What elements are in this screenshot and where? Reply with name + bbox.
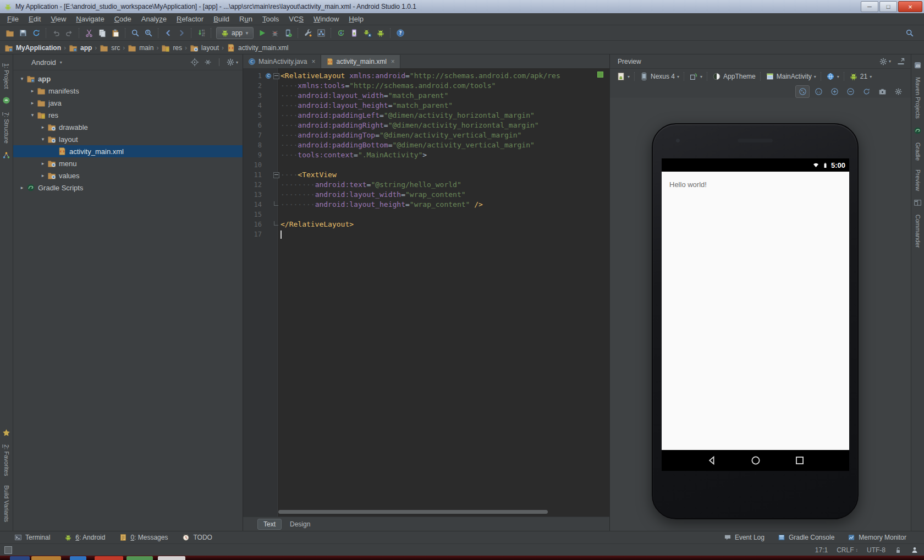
device-select[interactable]: Nexus 4▾ [637,72,681,81]
caret-position[interactable]: 17:1 [815,546,828,554]
attach-debugger-button[interactable] [282,26,295,40]
tree-item-Gradle Scripts[interactable]: ▸Gradle Scripts [13,182,243,194]
tree-item-app[interactable]: ▾app [13,73,243,85]
inspection-status-icon[interactable] [597,72,603,78]
redo-button[interactable] [63,26,76,40]
lock-open-button[interactable] [894,546,902,554]
target-button[interactable] [190,58,199,67]
collapse-all-button[interactable] [204,58,212,67]
menu-navigate[interactable]: Navigate [71,14,109,24]
breadcrumb-layout[interactable]: layout [190,43,219,52]
gear-button[interactable]: ▾ [226,58,238,67]
hide-button[interactable] [897,57,905,66]
toolwindow-button-project[interactable]: 1: Project [3,63,10,89]
toolwindow-button-todo[interactable]: TODO [182,534,212,541]
undo-button[interactable] [50,26,63,40]
menu-run[interactable]: Run [234,14,257,24]
search-button[interactable] [903,26,916,40]
breadcrumb-src[interactable]: src [100,43,120,52]
toolwindow-button-gradle[interactable]: Gradle [915,142,921,161]
toolwindow-button-memorymonitor[interactable]: Memory Monitor [848,534,906,541]
chevron-right-icon[interactable]: ▸ [28,88,37,94]
run-configuration-select[interactable]: app▼ [216,27,254,39]
tree-item-menu[interactable]: ▸menu [13,157,243,169]
refresh-button[interactable] [859,85,873,98]
avd-manager-button[interactable] [348,26,361,40]
chevron-down-icon[interactable]: ▾ [28,112,37,118]
debug-button[interactable] [268,26,282,40]
structure-nodes-icon[interactable] [2,151,10,160]
minimize-button[interactable]: ─ [861,1,878,12]
breadcrumb-main[interactable]: main [128,43,153,52]
close-button[interactable]: × [898,1,922,12]
line-separator-select[interactable]: CRLF↕ [837,546,858,554]
paste-button[interactable] [109,26,122,40]
chevron-right-icon[interactable]: ▸ [38,173,47,178]
forward-button[interactable] [175,26,188,40]
save-button[interactable] [16,26,30,40]
android-circle-icon[interactable] [2,96,10,105]
encoding-select[interactable]: UTF-8 [867,546,886,554]
toolwindow-button-terminal[interactable]: Terminal [14,534,50,541]
breadcrumb-MyApplication[interactable]: MyApplication [4,43,61,52]
editor-mode-tab-design[interactable]: Design [284,519,316,530]
tree-item-manifests[interactable]: ▸manifests [13,85,243,97]
chevron-right-icon[interactable]: ▸ [28,100,37,106]
menu-file[interactable]: File [2,14,24,24]
api-select[interactable]: 21▾ [847,72,874,81]
back-button[interactable] [162,26,175,40]
maven-icon[interactable]: m [914,61,922,69]
cut-button[interactable] [82,26,96,40]
help-button[interactable]: ? [394,26,407,40]
menu-view[interactable]: View [46,14,71,24]
menu-code[interactable]: Code [109,14,136,24]
menu-tools[interactable]: Tools [257,14,284,24]
editor-tab-activity_main.xml[interactable]: activity_main.xml× [321,55,400,68]
menu-analyze[interactable]: Analyze [136,14,172,24]
chevron-right-icon[interactable]: ▸ [38,124,47,130]
gradle-icon[interactable] [914,127,922,135]
chevron-down-icon[interactable]: ▾ [38,136,47,142]
actual-size-button[interactable]: 1:1 [811,85,826,98]
zoom-in-button[interactable] [827,85,842,98]
toolwindow-button-messages[interactable]: 0: Messages [119,534,168,541]
code-editor[interactable]: 1C<RelativeLayout xmlns:android="http://… [243,68,609,517]
theme-select[interactable]: AppTheme [710,72,758,81]
fold-start-icon[interactable] [273,73,279,79]
copy-button[interactable] [96,26,109,40]
replace-button[interactable]: R [142,26,155,40]
maximize-button[interactable]: □ [879,1,897,12]
zoom-out-button[interactable] [843,85,857,98]
orientation-select[interactable]: ▾ [687,72,705,81]
breadcrumb-app[interactable]: app [69,43,92,52]
gear-button[interactable]: ▾ [879,57,891,66]
tree-item-values[interactable]: ▸values [13,169,243,182]
settings-wrench-button[interactable] [301,26,315,40]
chevron-right-icon[interactable]: ▸ [38,161,47,166]
chevron-down-icon[interactable]: ▾ [18,76,26,81]
menu-vcs[interactable]: VCS [284,14,309,24]
toolwindow-button-buildvariants[interactable]: Build Variants [3,485,10,522]
fold-start-icon[interactable] [273,172,279,178]
editor-tab-MainActivity.java[interactable]: CMainActivity.java× [243,55,321,68]
screenshot-button[interactable] [875,85,889,98]
find-button[interactable] [129,26,142,40]
hector-button[interactable] [911,546,919,554]
device-monitor-button[interactable] [374,26,387,40]
menu-window[interactable]: Window [309,14,344,24]
activity-select[interactable]: MainActivity▾ [763,72,818,81]
locale-select[interactable]: ▾ [824,72,842,81]
breadcrumb-res[interactable]: res [161,43,182,52]
breadcrumb-activity_main.xml[interactable]: activity_main.xml [227,43,288,52]
update-button[interactable]: 011001 [195,26,208,40]
project-structure-button[interactable] [315,26,328,40]
toolwindow-button-structure[interactable]: 7: Structure [3,112,10,144]
gradle-sync-button[interactable] [334,26,348,40]
run-button[interactable] [255,26,268,40]
toolwindow-button-eventlog[interactable]: Event Log [724,534,765,541]
toolwindow-button-preview[interactable]: Preview [915,169,921,191]
open-button[interactable] [3,26,16,40]
sync-ide-button[interactable] [30,26,43,40]
toolwindow-button-gradleconsole[interactable]: Gradle Console [778,534,834,541]
tree-item-res[interactable]: ▾res [13,109,243,121]
